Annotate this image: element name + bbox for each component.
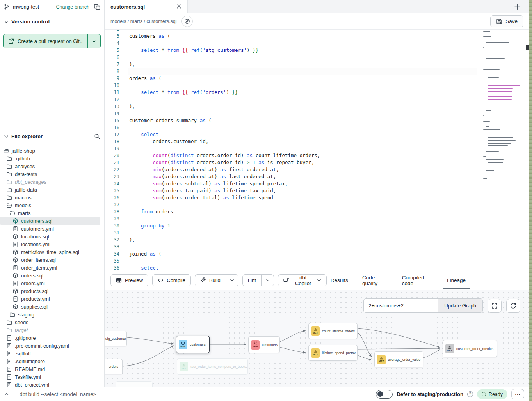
- file-tree-item-supplies-sql[interactable]: supplies.sql: [0, 303, 100, 311]
- code-line-10[interactable]: 10: [105, 82, 482, 89]
- file-tree-item-products-yml[interactable]: products.yml: [0, 295, 100, 303]
- file-tree-item-macros[interactable]: macros: [0, 193, 100, 201]
- file-tree-item-models[interactable]: models: [0, 201, 100, 209]
- lineage-node-customers[interactable]: MDLcustomers: [176, 336, 210, 353]
- chevron-down-icon[interactable]: [4, 134, 9, 139]
- code-line-12[interactable]: 12: [105, 96, 482, 103]
- save-button[interactable]: Save: [490, 15, 523, 27]
- file-tree-item-jaffle-shop[interactable]: jaffle-shop: [0, 147, 100, 154]
- lineage-node-partial[interactable]: [116, 381, 153, 387]
- file-tree-item--sqlfluffignore[interactable]: .sqlfluffignore: [0, 357, 100, 365]
- file-tree-item-customers-sql[interactable]: customers.sql: [0, 217, 100, 225]
- chevron-down-icon[interactable]: [4, 20, 9, 24]
- lineage-selector-input[interactable]: [363, 298, 438, 313]
- file-tree-item-taskfile-yml[interactable]: Taskfile.yml: [0, 373, 100, 381]
- compass-icon-button[interactable]: [181, 16, 193, 27]
- code-line-21[interactable]: 21 count(distinct orders.order_id) > 1 a…: [105, 159, 482, 166]
- defer-toggle[interactable]: [376, 390, 393, 399]
- code-line-32[interactable]: 32),: [105, 236, 482, 243]
- file-tree-item-jaffle-data[interactable]: jaffle-data: [0, 186, 100, 193]
- dbt-copilot-button[interactable]: dbt Copilot: [278, 274, 327, 286]
- code-line-30[interactable]: 30 group by 1: [105, 222, 482, 229]
- lineage-node-orders[interactable]: orders: [105, 359, 123, 374]
- close-tab-icon[interactable]: [176, 4, 182, 9]
- scrollbar-handle[interactable]: [526, 45, 529, 50]
- code-line-28[interactable]: 28 from orders: [105, 208, 482, 215]
- file-tree-item-analyses[interactable]: analyses: [0, 162, 100, 170]
- file-tree-item-products-sql[interactable]: products.sql: [0, 287, 100, 295]
- code-line-4[interactable]: 4: [105, 40, 482, 47]
- file-tree-item-locations-sql[interactable]: locations.sql: [0, 232, 100, 240]
- code-line-33[interactable]: 33: [105, 243, 482, 250]
- command-input[interactable]: dbt build --select <model_name>: [20, 391, 96, 397]
- code-line-11[interactable]: 11 select * from {{ ref('orders') }}: [105, 89, 482, 96]
- file-tree-item-staging[interactable]: staging: [0, 311, 100, 318]
- code-line-18[interactable]: 18 orders.customer_id,: [105, 138, 482, 145]
- code-line-15[interactable]: 15customer_orders_summary as (: [105, 117, 482, 124]
- code-line-25[interactable]: 25 sum(orders.tax_paid) as lifetime_tax_…: [105, 187, 482, 194]
- code-editor[interactable]: 23customers as (45 select * from {{ ref(…: [105, 30, 529, 271]
- lineage-node-test-order-items-compute-to-bools-[interactable]: TSTtest_order_items_compute_to_bools...: [177, 358, 248, 375]
- lineage-node-average-order-value[interactable]: METaverage_order_value: [374, 351, 423, 367]
- code-line-8[interactable]: 8: [105, 68, 482, 75]
- file-tree-item--sqlfluff[interactable]: .sqlfluff: [0, 350, 100, 357]
- build-button[interactable]: Build: [195, 274, 238, 286]
- file-tree-item--pre-commit-config-yaml[interactable]: .pre-commit-config.yaml: [0, 342, 100, 350]
- lint-button[interactable]: Lint: [242, 274, 274, 286]
- file-tree-item-dbt-project-yml[interactable]: dbt_project.yml: [0, 381, 100, 387]
- more-options-button[interactable]: ...: [511, 389, 524, 399]
- code-line-13[interactable]: 13),: [105, 103, 482, 110]
- compile-button[interactable]: Compile: [152, 274, 191, 286]
- code-line-26[interactable]: 26 sum(orders.order_total) as lifetime_s…: [105, 194, 482, 201]
- refresh-icon-button[interactable]: [506, 299, 520, 313]
- file-tree-item-dbt-packages[interactable]: dbt_packages: [0, 178, 100, 186]
- copy-branch-icon[interactable]: [94, 4, 100, 10]
- code-line-19[interactable]: 19: [105, 145, 482, 152]
- code-line-20[interactable]: 20 count(distinct orders.order_id) as co…: [105, 152, 482, 159]
- code-line-24[interactable]: 24 sum(orders.subtotal) as lifetime_spen…: [105, 180, 482, 187]
- tab-lineage[interactable]: Lineage: [447, 271, 466, 289]
- code-line-36[interactable]: 36 select: [105, 264, 482, 271]
- lineage-node-customers[interactable]: SEMcustomers: [248, 336, 280, 353]
- pr-dropdown-button[interactable]: [87, 34, 100, 48]
- code-line-22[interactable]: 22 min(orders.ordered_at) as first_order…: [105, 166, 482, 173]
- tab-customers-sql[interactable]: customers.sql: [105, 0, 188, 13]
- code-line-14[interactable]: 14: [105, 110, 482, 117]
- lineage-panel[interactable]: stg_customersordersMDLcustomersTSTtest_o…: [105, 290, 529, 387]
- editor-minimap[interactable]: [482, 31, 520, 187]
- chevron-up-icon[interactable]: [4, 391, 10, 397]
- code-line-34[interactable]: 34joined as (: [105, 250, 482, 257]
- update-graph-button[interactable]: Update Graph: [438, 298, 483, 313]
- file-tree-item-readme-md[interactable]: README.md: [0, 365, 100, 373]
- file-tree-item-locations-yml[interactable]: locations.yml: [0, 240, 100, 248]
- file-tree-item-order-items-sql[interactable]: order_items.sql: [0, 256, 100, 264]
- code-line-29[interactable]: 29: [105, 215, 482, 222]
- file-tree-item-data-tests[interactable]: data-tests: [0, 170, 100, 178]
- create-pr-button[interactable]: Create a pull request on Git...: [3, 34, 101, 48]
- code-line-35[interactable]: 35: [105, 257, 482, 264]
- file-tree-item-metricflow-time-spine-sql[interactable]: metricflow_time_spine.sql: [0, 248, 100, 256]
- code-line-16[interactable]: 16: [105, 124, 482, 131]
- code-line-3[interactable]: 3customers as (: [105, 33, 482, 40]
- lint-dropdown-button[interactable]: [261, 275, 274, 286]
- file-tree-item--github[interactable]: .github: [0, 154, 100, 162]
- code-line-7[interactable]: 7),: [105, 61, 482, 68]
- code-line-5[interactable]: 5 select * from {{ ref('stg_customers') …: [105, 47, 482, 54]
- search-icon[interactable]: [94, 133, 100, 140]
- file-tree-item-orders-yml[interactable]: orders.yml: [0, 279, 100, 287]
- file-tree-item-orders-sql[interactable]: orders.sql: [0, 271, 100, 279]
- lineage-node-customer-order-metrics[interactable]: QRYcustomer_order_metrics: [443, 340, 497, 357]
- file-tree-item--gitignore[interactable]: .gitignore: [0, 334, 100, 342]
- new-tab-button[interactable]: [514, 2, 523, 11]
- tab-results[interactable]: Results: [331, 271, 348, 289]
- build-dropdown-button[interactable]: [226, 275, 238, 286]
- file-tree-item-seeds[interactable]: seeds: [0, 318, 100, 326]
- file-tree-item-order-items-yml[interactable]: order_items.yml: [0, 264, 100, 271]
- code-line-31[interactable]: 31: [105, 229, 482, 236]
- file-tree-item-target[interactable]: target: [0, 326, 100, 334]
- help-icon[interactable]: ?: [467, 391, 473, 397]
- code-line-27[interactable]: 27: [105, 201, 482, 208]
- preview-button[interactable]: Preview: [110, 274, 148, 286]
- code-line-6[interactable]: 6: [105, 54, 482, 61]
- tab-compiled-code[interactable]: Compiled code: [402, 271, 433, 289]
